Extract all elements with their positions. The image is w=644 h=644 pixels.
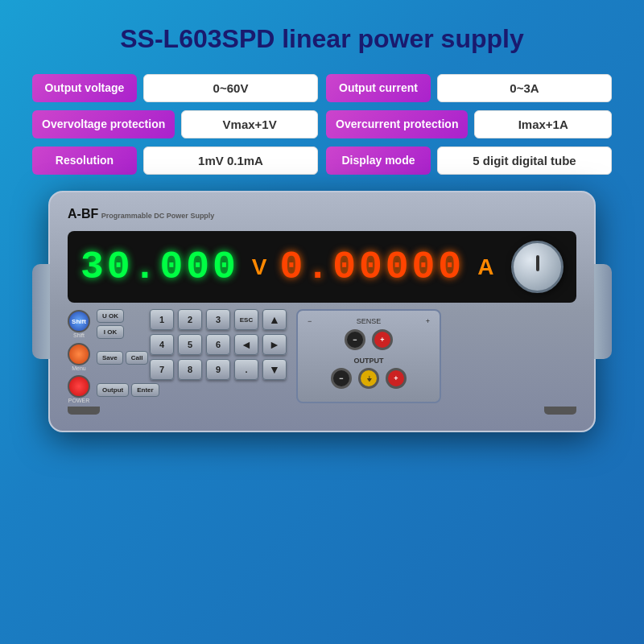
display-panel: 30.000 V 0.00000 A xyxy=(68,231,576,303)
key-1[interactable]: 1 xyxy=(150,309,174,330)
foot-left xyxy=(68,407,100,415)
sense-minus-label: − xyxy=(308,317,312,325)
spec-value-display-mode: 5 digit digital tube xyxy=(437,147,612,175)
spec-label-resolution: Resolution xyxy=(32,147,137,174)
shift-button[interactable]: Shift xyxy=(68,310,90,332)
current-reading: 0.00000 xyxy=(280,246,465,289)
sense-terminals: − + xyxy=(308,329,430,350)
power-label: POWER xyxy=(68,398,90,403)
key-7[interactable]: 7 xyxy=(150,359,174,380)
save-button[interactable]: Save xyxy=(97,351,123,365)
spec-value-overvoltage: Vmax+1V xyxy=(181,110,318,138)
sense-pos-terminal: + xyxy=(372,329,393,350)
key-8[interactable]: 8 xyxy=(178,359,202,380)
sense-text: SENSE xyxy=(357,317,382,325)
unit-volt: V xyxy=(252,254,267,280)
sense-neg-terminal: − xyxy=(345,329,365,350)
shift-label: Shift xyxy=(68,332,90,338)
spec-display-mode: Display mode 5 digit digital tube xyxy=(326,147,612,175)
specs-grid: Output voltage 0~60V Output current 0~3A… xyxy=(32,74,612,175)
nav-right[interactable]: ► xyxy=(262,334,287,355)
sense-label-row: − SENSE + xyxy=(308,317,430,325)
spec-output-voltage: Output voltage 0~60V xyxy=(32,74,318,102)
nav-left[interactable]: ◄ xyxy=(234,334,258,355)
main-knob[interactable] xyxy=(511,241,564,293)
sense-plus-label: + xyxy=(426,317,430,325)
spec-resolution: Resolution 1mV 0.1mA xyxy=(32,147,318,175)
device-feet xyxy=(68,407,576,415)
voltage-reading: 30.000 xyxy=(80,246,239,289)
spec-label-output-voltage: Output voltage xyxy=(32,74,137,101)
brand-name: A-BF Programmable DC Power Supply xyxy=(68,207,214,221)
display-readings: 30.000 V 0.00000 A xyxy=(80,246,502,289)
output-yellow-terminal: ⏚ xyxy=(358,368,379,389)
key-3[interactable]: 3 xyxy=(206,309,230,330)
menu-button[interactable] xyxy=(68,343,90,365)
spec-value-output-current: 0~3A xyxy=(437,74,612,102)
spec-overcurrent: Overcurrent protection Imax+1A xyxy=(326,110,612,138)
output-terminals: − ⏚ + xyxy=(308,368,430,389)
knob-indicator xyxy=(536,255,539,271)
key-6[interactable]: 6 xyxy=(206,334,230,355)
device-header: A-BF Programmable DC Power Supply xyxy=(68,207,576,225)
key-5[interactable]: 5 xyxy=(178,334,202,355)
spec-overvoltage: Overvoltage protection Vmax+1V xyxy=(32,110,318,138)
power-button[interactable] xyxy=(68,375,90,398)
spec-value-overcurrent: Imax+1A xyxy=(474,110,612,138)
call-button[interactable]: Call xyxy=(126,351,149,365)
i-ok-button[interactable]: I OK xyxy=(97,325,124,339)
key-esc[interactable]: ESC xyxy=(234,309,258,330)
output-neg-terminal: − xyxy=(331,368,352,389)
u-ok-button[interactable]: U OK xyxy=(97,309,124,323)
key-2[interactable]: 2 xyxy=(178,309,202,330)
nav-up[interactable]: ▲ xyxy=(262,309,287,330)
keypad: 1 2 3 ESC ▲ 4 5 6 ◄ ► 7 8 9 . ▼ xyxy=(150,309,287,403)
left-controls: Shift Shift U OK I OK Menu Save Call xyxy=(68,309,140,403)
spec-value-output-voltage: 0~60V xyxy=(143,74,318,102)
spec-label-overcurrent: Overcurrent protection xyxy=(326,110,468,138)
unit-amp: A xyxy=(477,254,493,280)
output-button[interactable]: Output xyxy=(97,383,129,397)
key-4[interactable]: 4 xyxy=(150,334,174,355)
output-pos-terminal: + xyxy=(386,368,407,389)
spec-value-resolution: 1mV 0.1mA xyxy=(143,147,318,175)
device: A-BF Programmable DC Power Supply 30.000… xyxy=(48,191,596,432)
controls-row: Shift Shift U OK I OK Menu Save Call xyxy=(68,309,576,403)
terminals-panel: − SENSE + − + OUTPUT − ⏚ + xyxy=(296,309,441,403)
spec-label-display-mode: Display mode xyxy=(326,147,431,174)
key-9[interactable]: 9 xyxy=(206,359,230,380)
spec-label-overvoltage: Overvoltage protection xyxy=(32,110,175,138)
nav-down[interactable]: ▼ xyxy=(262,359,287,380)
key-dot[interactable]: . xyxy=(234,359,258,380)
menu-label: Menu xyxy=(68,365,90,371)
foot-right xyxy=(544,407,576,415)
page-title: SS-L603SPD linear power supply xyxy=(120,24,523,54)
spec-label-output-current: Output current xyxy=(326,74,431,101)
spec-output-current: Output current 0~3A xyxy=(326,74,612,102)
output-label-text: OUTPUT xyxy=(308,357,430,365)
